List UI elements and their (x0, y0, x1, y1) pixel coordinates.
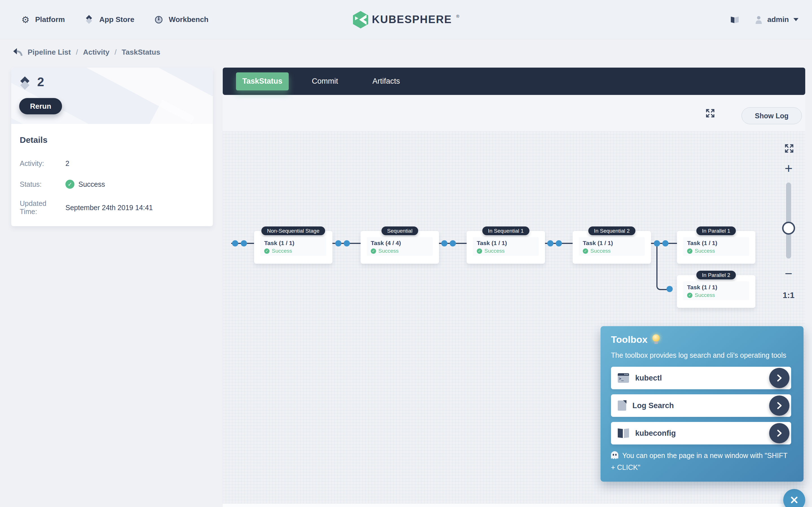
stage-name-pill: Sequential (382, 226, 418, 235)
back-arrow-icon[interactable] (12, 47, 22, 57)
success-check-icon: ✓ (477, 248, 482, 254)
stage-card-in-sequential-2[interactable]: In Sequential 2 Task (1 / 1) ✓Success (573, 231, 651, 264)
graph-toolbar: Show Log (223, 95, 805, 131)
task-count: Task (1 / 1) (264, 240, 322, 246)
connector-dot (241, 240, 247, 246)
stage-name-pill: In Sequential 2 (589, 226, 636, 235)
connector-dot (232, 240, 238, 246)
activity-summary-card: 2 Rerun Details Activity: 2 Status: ✓ Su… (11, 68, 213, 226)
toolbox-hint-text: You can open the page in a new window wi… (611, 452, 788, 471)
top-bar-right: admin (730, 0, 799, 39)
detail-label: Activity: (20, 159, 65, 168)
detail-label: Updated Time: (20, 200, 65, 216)
toolbox-subtitle: The toolbox provides log search and cli'… (611, 351, 791, 359)
connector-dot (556, 240, 562, 246)
open-log-search-button chevron-right-icon[interactable] (769, 395, 790, 416)
book-icon (618, 429, 629, 438)
ghost-icon (611, 451, 618, 459)
toolbox-panel: Toolbox The toolbox provides log search … (601, 326, 804, 482)
close-toolbox-button[interactable] (783, 489, 805, 507)
task-box[interactable]: Task (1 / 1) ✓Success (579, 237, 645, 256)
task-status-text: Success (591, 248, 611, 254)
docs-book-icon[interactable] (730, 15, 740, 24)
stage-card-non-sequential[interactable]: Non-Sequential Stage Task (1 / 1) ✓Succe… (254, 231, 333, 264)
breadcrumb-taskstatus: TaskStatus (122, 48, 160, 57)
tool-kubectl[interactable]: >_ kubectl (611, 367, 791, 389)
appstore-icon (86, 16, 93, 23)
canvas-fullscreen-icon[interactable] (784, 144, 794, 153)
fullscreen-icon[interactable] (705, 108, 715, 118)
toolbox-tools: >_ kubectl Log Search kubeconfig (611, 367, 791, 445)
updated-time-value: September 24th 2019 14:41 (65, 204, 204, 212)
success-check-icon: ✓ (687, 248, 693, 254)
task-status-text: Success (695, 292, 715, 298)
user-avatar-icon (755, 15, 763, 24)
rerun-button[interactable]: Rerun (19, 98, 62, 114)
zoom-slider-handle[interactable] (782, 222, 795, 235)
summary-header: 2 Rerun (11, 68, 213, 124)
tool-kubeconfig[interactable]: kubeconfig (611, 422, 791, 445)
global-nav: ⚙ Platform App Store Workbench (21, 0, 209, 39)
zoom-out-button[interactable]: − (781, 266, 796, 281)
details-title: Details (20, 135, 204, 145)
toolbox-title: Toolbox (611, 334, 648, 345)
stage-card-in-sequential-1[interactable]: In Sequential 1 Task (1 / 1) ✓Success (467, 231, 545, 264)
status-value: ✓ Success (65, 180, 204, 189)
connector-dot (441, 240, 448, 246)
tab-artifacts[interactable]: Artifacts (372, 77, 400, 86)
task-status-text: Success (695, 248, 715, 254)
zoom-ratio-reset[interactable]: 1:1 (780, 291, 797, 300)
stage-card-sequential[interactable]: Sequential Task (4 / 4) ✓Success (361, 231, 439, 264)
connector-dot (335, 240, 342, 246)
connector-dot (666, 286, 673, 292)
nav-platform[interactable]: ⚙ Platform (21, 15, 65, 24)
top-nav-bar: ⚙ Platform App Store Workbench (0, 0, 812, 39)
nav-workbench[interactable]: Workbench (154, 15, 208, 24)
detail-label: Status: (20, 180, 65, 188)
logo-wordmark: KUBESPHERE (372, 13, 452, 25)
task-box[interactable]: Task (1 / 1) ✓Success (260, 237, 326, 256)
breadcrumb-pipeline-list[interactable]: Pipeline List (28, 48, 71, 57)
canvas-bottom-strip (223, 504, 805, 507)
logo-registered-mark: ® (456, 14, 459, 18)
tool-label: Log Search (632, 401, 674, 410)
kubesphere-logo[interactable]: KUBESPHERE® (353, 0, 459, 39)
tool-label: kubeconfig (635, 429, 676, 438)
nav-app-store[interactable]: App Store (85, 15, 134, 24)
open-kubectl-button chevron-right-icon[interactable] (769, 368, 790, 388)
task-box[interactable]: Task (1 / 1) ✓Success (683, 281, 749, 300)
task-box[interactable]: Task (1 / 1) ✓Success (473, 237, 539, 256)
workbench-icon (154, 15, 163, 24)
detail-row-activity: Activity: 2 (20, 158, 204, 169)
chevron-down-icon (794, 18, 799, 21)
tab-commit[interactable]: Commit (312, 77, 338, 86)
zoom-in-button[interactable]: + (781, 161, 796, 176)
pipeline-graph-canvas[interactable]: Non-Sequential Stage Task (1 / 1) ✓Succe… (223, 131, 805, 504)
success-check-icon: ✓ (687, 293, 693, 298)
task-box[interactable]: Task (4 / 4) ✓Success (367, 237, 433, 256)
stage-card-in-parallel-2[interactable]: In Parallel 2 Task (1 / 1) ✓Success (677, 275, 755, 308)
success-check-icon: ✓ (65, 180, 74, 189)
breadcrumb-activity[interactable]: Activity (83, 48, 109, 57)
task-status-text: Success (272, 248, 292, 254)
stage-name-pill: In Parallel 1 (696, 226, 736, 235)
connector-dot (662, 240, 668, 246)
tool-log-search[interactable]: Log Search (611, 394, 791, 417)
toolbox-hint: You can open the page in a new window wi… (611, 450, 791, 473)
username: admin (767, 15, 789, 24)
lightbulb-icon (652, 334, 660, 345)
branch-line (656, 243, 658, 286)
connector-dot (654, 240, 660, 246)
user-menu[interactable]: admin (755, 15, 799, 24)
tab-taskstatus[interactable]: TaskStatus (236, 72, 289, 91)
zoom-slider-track[interactable] (786, 182, 791, 259)
breadcrumb-separator: / (76, 48, 78, 57)
success-check-icon: ✓ (264, 248, 269, 254)
activity-number: 2 (37, 75, 44, 89)
show-log-button[interactable]: Show Log (742, 107, 802, 124)
task-box[interactable]: Task (1 / 1) ✓Success (683, 237, 749, 256)
gear-icon: ⚙ (21, 15, 30, 24)
terminal-icon: >_ (618, 373, 629, 383)
stage-card-in-parallel-1[interactable]: In Parallel 1 Task (1 / 1) ✓Success (677, 231, 755, 264)
open-kubeconfig-button chevron-right-icon[interactable] (769, 423, 790, 443)
